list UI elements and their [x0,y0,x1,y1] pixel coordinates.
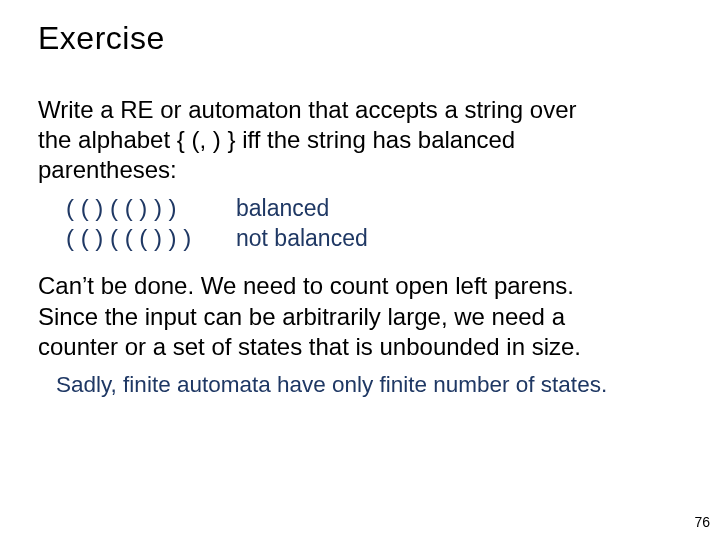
examples-block: ( ( ) ( ( ) ) ) balanced ( ( ) ( ( ( ) )… [66,193,682,253]
example-input: ( ( ) ( ( ( ) ) ) [66,223,236,253]
slide: Exercise Write a RE or automaton that ac… [0,0,720,540]
answer-line-2: Since the input can be arbitrarily large… [38,302,682,333]
page-number: 76 [694,514,710,530]
exercise-prompt: Write a RE or automaton that accepts a s… [38,95,682,185]
prompt-line-3: parentheses: [38,156,177,183]
remark-text: Sadly, finite automata have only finite … [56,371,682,399]
example-row: ( ( ) ( ( ( ) ) ) not balanced [66,223,682,253]
example-row: ( ( ) ( ( ) ) ) balanced [66,193,682,223]
slide-body: Write a RE or automaton that accepts a s… [38,95,682,399]
example-input: ( ( ) ( ( ) ) ) [66,193,236,223]
prompt-line-1: Write a RE or automaton that accepts a s… [38,96,576,123]
example-label: not balanced [236,224,368,253]
prompt-line-2: the alphabet { (, ) } iff the string has… [38,126,515,153]
slide-title: Exercise [38,20,682,57]
example-label: balanced [236,194,329,223]
answer-line-1: Can’t be done. We need to count open lef… [38,271,682,302]
answer-text: Can’t be done. We need to count open lef… [38,271,682,363]
answer-line-3: counter or a set of states that is unbou… [38,332,682,363]
